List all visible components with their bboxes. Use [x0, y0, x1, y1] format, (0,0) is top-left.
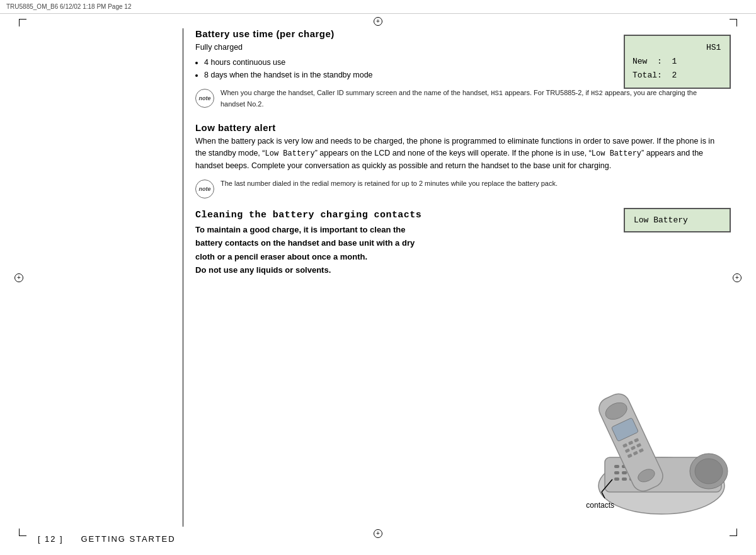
note-text-1: When you charge the handset, Caller ID s…: [220, 88, 718, 109]
cleaning-inner: To maintain a good charge, it is importa…: [195, 223, 718, 277]
low-battery-title: Low battery alert: [195, 122, 718, 133]
section-low-battery: Low battery alert When the battery pack …: [195, 122, 718, 198]
header-bar: TRU5885_OM_B6 6/12/02 1:18 PM Page 12: [0, 0, 756, 14]
crop-mark-tr: [730, 19, 737, 26]
footer-page: [ 12 ]: [38, 534, 64, 544]
phone-illustration: [542, 369, 737, 520]
svg-rect-10: [614, 478, 619, 481]
low-battery-body: When the battery pack is very low and ne…: [195, 135, 718, 172]
svg-rect-7: [614, 471, 619, 474]
svg-rect-8: [622, 471, 627, 474]
svg-rect-11: [622, 478, 627, 481]
battery-use-title: Battery use time (per charge): [195, 28, 718, 39]
note-box-1: note When you charge the handset, Caller…: [195, 88, 718, 109]
reg-circle-bottom: [374, 529, 382, 538]
note-icon-2: note: [195, 180, 214, 198]
battery-use-bullets: 4 hours continuous use 8 days when the h…: [204, 56, 718, 81]
svg-rect-4: [614, 465, 619, 468]
cleaning-body-bold: To maintain a good charge, it is importa…: [195, 223, 428, 277]
cleaning-text-block: To maintain a good charge, it is importa…: [195, 223, 428, 277]
left-border-line: [183, 28, 183, 527]
section-battery-use: Battery use time (per charge) Fully char…: [195, 28, 718, 110]
note-icon-1: note: [195, 89, 214, 108]
crop-mark-bl: [19, 529, 26, 536]
cleaning-title: Cleaning the battery charging contacts: [195, 210, 718, 220]
header-text: TRU5885_OM_B6 6/12/02 1:18 PM Page 12: [6, 3, 131, 10]
footer: [ 12 ] GETTING STARTED: [38, 534, 176, 544]
battery-use-subtitle: Fully charged: [195, 42, 718, 54]
footer-section: GETTING STARTED: [81, 534, 175, 544]
reg-circle-left: [14, 273, 23, 282]
contacts-label: contacts: [586, 501, 614, 510]
note-text-2: The last number dialed in the redial mem…: [220, 178, 558, 189]
note-box-2: note The last number dialed in the redia…: [195, 178, 718, 198]
section-cleaning: Cleaning the battery charging contacts T…: [195, 210, 718, 277]
svg-point-3: [695, 459, 723, 484]
bullet-1: 4 hours continuous use: [204, 56, 718, 69]
reg-circle-right: [733, 273, 742, 282]
bullet-2: 8 days when the handset is in the standb…: [204, 69, 718, 81]
reg-circle-top: [374, 17, 382, 26]
crop-mark-br: [730, 529, 737, 536]
crop-mark-tl: [19, 19, 26, 26]
